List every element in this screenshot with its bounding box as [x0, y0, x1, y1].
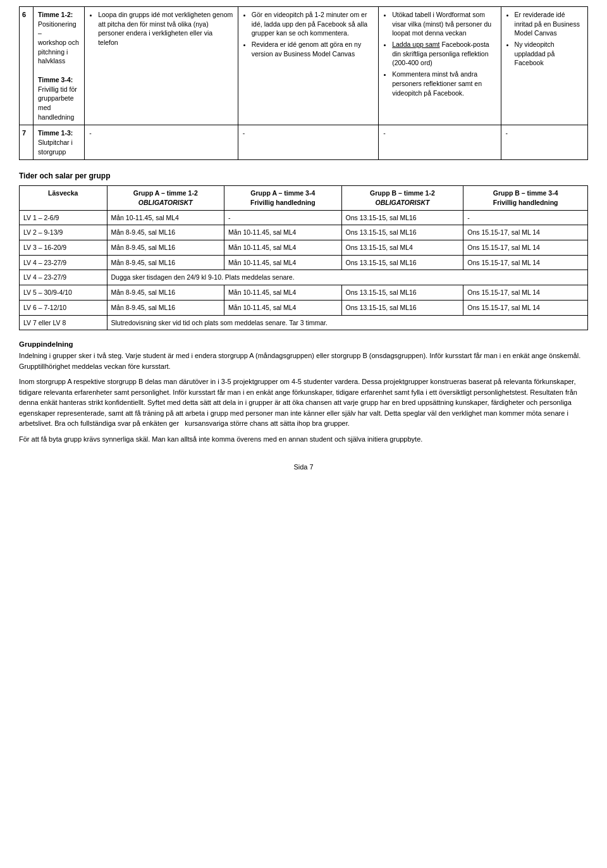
cell-7-1-text: Timme 1-3:: [38, 129, 73, 137]
lv6-a34: Mån 10-11.45, sal ML4: [224, 300, 342, 315]
lv4a-b12: Ons 13.15-15, sal ML16: [341, 255, 463, 270]
list-item: Ladda upp samt Facebook-posta din skrift…: [392, 40, 496, 68]
main-table: 6 Timme 1-2: Positionering –workshop och…: [19, 6, 588, 160]
schedule-col-a12-sub: OBLIGATORISKT: [138, 199, 193, 206]
cell-6-3-list: Gör en videopitch på 1-2 minuter om er i…: [243, 10, 374, 58]
cell-6-5: Er reviderade idé inritad på en Business…: [501, 7, 587, 125]
cell-7-3: -: [238, 125, 378, 160]
lv2-a34: Mån 10-11.45, sal ML4: [224, 225, 342, 240]
lv78-content: Slutredovisning sker vid tid och plats s…: [107, 315, 588, 330]
lv4-note-week: LV 4 – 23-27/9: [20, 270, 107, 285]
group-para-1: Indelning i grupper sker i två steg. Var…: [19, 350, 588, 371]
lv5-b34: Ons 15.15-17, sal ML 14: [463, 285, 588, 301]
lv1-b34: -: [463, 210, 588, 225]
table-row-6: 6 Timme 1-2: Positionering –workshop och…: [20, 7, 588, 125]
cell-7-1-sub: Slutpitchar istorgrupp: [38, 139, 73, 156]
schedule-col-b34-sub: Frivillig handledning: [493, 199, 558, 206]
schedule-row-lv6: LV 6 – 7-12/10 Mån 8-9.45, sal ML16 Mån …: [20, 300, 588, 315]
list-item: Utökad tabell i Wordformat som visar vil…: [392, 10, 496, 38]
lv3-b34: Ons 15.15-17, sal ML 14: [463, 240, 588, 256]
schedule-col-a34: Grupp A – timme 3-4Frivillig handledning: [224, 186, 342, 210]
lv2-a12: Mån 8-9.45, sal ML16: [107, 225, 224, 240]
lv4a-b34: Ons 15.15-17, sal ML 14: [463, 255, 588, 270]
row-num-7: 7: [20, 125, 34, 160]
lv2-week: LV 2 – 9-13/9: [20, 225, 107, 240]
underline-text: Ladda upp samt: [392, 40, 439, 48]
lv2-b34: Ons 15.15-17, sal ML 14: [463, 225, 588, 240]
lv5-a12: Mån 8-9.45, sal ML16: [107, 285, 224, 301]
schedule-col-b12: Grupp B – timme 1-2OBLIGATORISKT: [341, 186, 463, 210]
lv1-week: LV 1 – 2-6/9: [20, 210, 107, 225]
cell-6-1: Timme 1-2: Positionering –workshop ochpi…: [34, 7, 85, 125]
lv2-b12: Ons 13.15-15, sal ML16: [341, 225, 463, 240]
lv1-b12: Ons 13.15-15, sal ML16: [341, 210, 463, 225]
cell-6-4: Utökad tabell i Wordformat som visar vil…: [379, 7, 501, 125]
cell-6-4-list: Utökad tabell i Wordformat som visar vil…: [383, 10, 496, 97]
schedule-col-b12-sub: OBLIGATORISKT: [375, 199, 429, 206]
row-num-6: 6: [20, 7, 34, 125]
lv5-week: LV 5 – 30/9-4/10: [20, 285, 107, 301]
cell-6-1-timme34: Timme 3-4:: [38, 76, 73, 84]
lv5-b12: Ons 13.15-15, sal ML16: [341, 285, 463, 301]
lv3-a34: Mån 10-11.45, sal ML4: [224, 240, 342, 256]
schedule-row-lv3: LV 3 – 16-20/9 Mån 8-9.45, sal ML16 Mån …: [20, 240, 588, 256]
lv6-a12: Mån 8-9.45, sal ML16: [107, 300, 224, 315]
cell-6-3: Gör en videopitch på 1-2 minuter om er i…: [238, 7, 378, 125]
list-item: Revidera er idé genom att göra en ny ver…: [252, 40, 374, 58]
cell-6-5-list: Er reviderade idé inritad på en Business…: [506, 10, 583, 68]
schedule-table: Läsvecka Grupp A – timme 1-2OBLIGATORISK…: [19, 185, 588, 330]
schedule-col-a12: Grupp A – timme 1-2OBLIGATORISKT: [107, 186, 224, 210]
cell-7-2: -: [85, 125, 238, 160]
cell-7-4: -: [379, 125, 501, 160]
lv3-b12: Ons 13.15-15, sal ML4: [341, 240, 463, 256]
lv78-week: LV 7 eller LV 8: [20, 315, 107, 330]
page-number: Sida 7: [293, 463, 313, 471]
cell-6-2: Loopa din grupps idé mot verkligheten ge…: [85, 7, 238, 125]
lv5-a34: Mån 10-11.45, sal ML4: [224, 285, 342, 301]
lv1-a12: Mån 10-11.45, sal ML4: [107, 210, 224, 225]
list-item: Er reviderade idé inritad på en Business…: [515, 10, 583, 38]
schedule-row-lv2: LV 2 – 9-13/9 Mån 8-9.45, sal ML16 Mån 1…: [20, 225, 588, 240]
list-item: Kommentera minst två andra personers ref…: [392, 70, 496, 97]
schedule-row-lv1: LV 1 – 2-6/9 Mån 10-11.45, sal ML4 - Ons…: [20, 210, 588, 225]
lv6-b12: Ons 13.15-15, sal ML16: [341, 300, 463, 315]
group-section: Gruppindelning Indelning i grupper sker …: [19, 340, 588, 444]
list-item: Ny videopitch uppladdad på Facebook: [515, 40, 583, 68]
schedule-row-lv4-note: LV 4 – 23-27/9 Dugga sker tisdagen den 2…: [20, 270, 588, 285]
cell-6-1-sub: Positionering –workshop ochpitchning iha…: [38, 20, 79, 65]
lv3-week: LV 3 – 16-20/9: [20, 240, 107, 256]
page-footer: Sida 7: [19, 463, 588, 471]
schedule-row-lv78: LV 7 eller LV 8 Slutredovisning sker vid…: [20, 315, 588, 330]
lv4a-a34: Mån 10-11.45, sal ML4: [224, 255, 342, 270]
schedule-col-b34: Grupp B – timme 3-4Frivillig handledning: [463, 186, 588, 210]
list-item: Gör en videopitch på 1-2 minuter om er i…: [252, 10, 374, 38]
cell-6-2-list: Loopa din grupps idé mot verkligheten ge…: [89, 10, 233, 47]
page-content: 6 Timme 1-2: Positionering –workshop och…: [0, 0, 607, 496]
lv6-b34: Ons 15.15-17, sal ML 14: [463, 300, 588, 315]
lv4a-week: LV 4 – 23-27/9: [20, 255, 107, 270]
lv4a-a12: Mån 8-9.45, sal ML16: [107, 255, 224, 270]
lv4-note-content: Dugga sker tisdagen den 24/9 kl 9-10. Pl…: [107, 270, 588, 285]
group-heading: Gruppindelning: [19, 340, 588, 348]
group-para-2: Inom storgrupp A respektive storgrupp B …: [19, 376, 588, 429]
cell-6-1-timme34-sub: Frivillig tid förgrupparbete medhandledn…: [38, 85, 77, 121]
schedule-heading: Tider och salar per grupp: [19, 171, 588, 180]
group-para-3: För att få byta grupp krävs synnerliga s…: [19, 434, 588, 445]
schedule-row-lv4a: LV 4 – 23-27/9 Mån 8-9.45, sal ML16 Mån …: [20, 255, 588, 270]
schedule-col-a34-sub: Frivillig handledning: [250, 199, 316, 206]
lv3-a12: Mån 8-9.45, sal ML16: [107, 240, 224, 256]
schedule-row-lv5: LV 5 – 30/9-4/10 Mån 8-9.45, sal ML16 Må…: [20, 285, 588, 301]
schedule-header-row: Läsvecka Grupp A – timme 1-2OBLIGATORISK…: [20, 186, 588, 210]
lv1-a34: -: [224, 210, 342, 225]
table-row-7: 7 Timme 1-3: Slutpitchar istorgrupp - - …: [20, 125, 588, 160]
cell-7-5: -: [501, 125, 587, 160]
schedule-col-lasvecka: Läsvecka: [20, 186, 107, 210]
cell-6-1-text: Timme 1-2:: [38, 11, 73, 18]
list-item: Loopa din grupps idé mot verkligheten ge…: [98, 10, 233, 47]
lv6-week: LV 6 – 7-12/10: [20, 300, 107, 315]
cell-7-1: Timme 1-3: Slutpitchar istorgrupp: [34, 125, 85, 160]
